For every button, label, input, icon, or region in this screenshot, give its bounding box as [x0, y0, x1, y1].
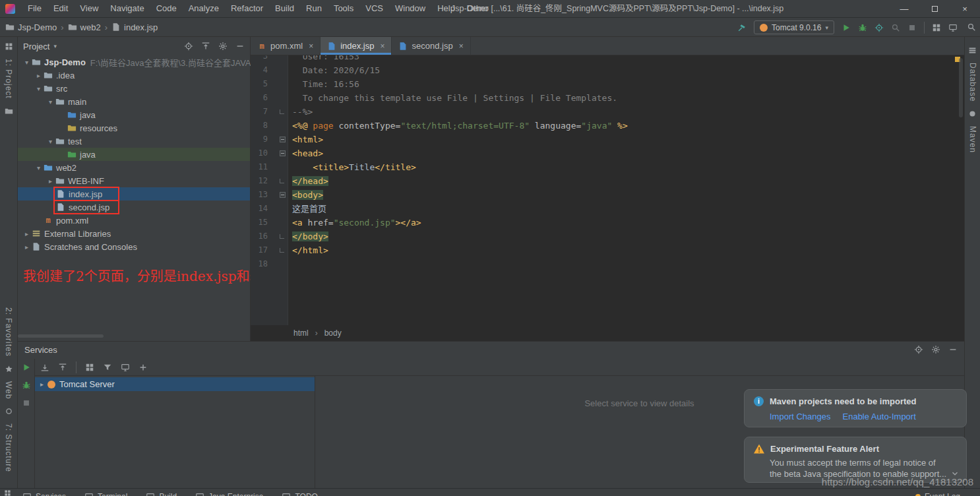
- chevron-right-icon[interactable]: ▸: [46, 177, 55, 185]
- tree-item-java[interactable]: java: [18, 148, 250, 161]
- tool-window-button-maven[interactable]: Maven: [968, 126, 977, 153]
- hide-icon[interactable]: [235, 42, 245, 51]
- code-line-10[interactable]: 10<head>: [251, 146, 964, 160]
- menu-file[interactable]: File: [22, 0, 47, 17]
- stop-icon[interactable]: [907, 23, 917, 32]
- run-configuration-select[interactable]: Tomcat 9.0.16 ▾: [754, 20, 834, 34]
- menu-view[interactable]: View: [74, 0, 104, 17]
- statusbar-tab-services[interactable]: Services: [22, 492, 66, 496]
- code-line-3[interactable]: 3 User: 16153: [251, 55, 964, 63]
- chevron-right-icon[interactable]: ▸: [40, 381, 44, 388]
- code-line-16[interactable]: 16</body>: [251, 230, 964, 243]
- tab-index-jsp[interactable]: index.jsp×: [321, 37, 392, 55]
- code-line-18[interactable]: 18: [251, 257, 964, 271]
- fold-marker-icon[interactable]: [280, 248, 284, 253]
- chevron-right-icon[interactable]: ▸: [34, 72, 44, 79]
- menu-run[interactable]: Run: [300, 0, 328, 17]
- import-changes-link[interactable]: Import Changes: [770, 412, 831, 421]
- statusbar-tab-build[interactable]: Build: [146, 492, 177, 496]
- statusbar-tab-terminal[interactable]: Terminal: [84, 492, 127, 496]
- breadcrumb-body[interactable]: body: [324, 328, 342, 338]
- close-button[interactable]: ×: [950, 0, 980, 18]
- minimize-button[interactable]: —: [889, 0, 919, 18]
- tree-item-src[interactable]: ▾src: [18, 82, 250, 95]
- code-line-14[interactable]: 14这是首页: [251, 202, 964, 216]
- run-icon[interactable]: [22, 363, 31, 372]
- close-tab-icon[interactable]: ×: [380, 42, 384, 51]
- close-tab-icon[interactable]: ×: [309, 42, 313, 51]
- code-line-12[interactable]: 12</head>: [251, 174, 964, 188]
- menu-navigate[interactable]: Navigate: [104, 0, 150, 17]
- menu-tools[interactable]: Tools: [328, 0, 359, 17]
- tool-window-button-1-project[interactable]: 1: Project: [4, 59, 13, 99]
- code-line-4[interactable]: 4 Date: 2020/6/15: [251, 63, 964, 77]
- tab-second-jsp[interactable]: second.jsp×: [392, 37, 470, 55]
- tree-item-second-jsp[interactable]: second.jsp: [18, 201, 250, 214]
- statusbar-tab-java-enterprise[interactable]: Java Enterprise: [195, 492, 263, 496]
- code-line-5[interactable]: 5 Time: 16:56: [251, 77, 964, 91]
- code-line-7[interactable]: 7--%>: [251, 105, 964, 119]
- chevron-down-icon[interactable]: ▾: [34, 85, 44, 92]
- tree-item-web-inf[interactable]: ▸WEB-INF: [18, 174, 250, 187]
- fold-marker-icon[interactable]: [280, 192, 286, 198]
- chevron-down-icon[interactable]: ▾: [34, 164, 44, 171]
- collapse-all-icon[interactable]: [201, 42, 210, 51]
- tree-item-web2[interactable]: ▾web2: [18, 161, 250, 174]
- tree-item-java[interactable]: java: [18, 108, 250, 121]
- tree-item-main[interactable]: ▾main: [18, 95, 250, 108]
- fold-marker-icon[interactable]: [280, 179, 284, 183]
- frame-icon[interactable]: [121, 363, 130, 372]
- panel-splitter[interactable]: [315, 376, 315, 488]
- fold-marker-icon[interactable]: [280, 137, 286, 142]
- code-line-11[interactable]: 11 <title>Title</title>: [251, 160, 964, 174]
- debug-icon[interactable]: [858, 23, 867, 32]
- filter-icon[interactable]: [103, 363, 112, 372]
- tab-pom-xml[interactable]: mpom.xml×: [251, 37, 321, 55]
- notification-maven[interactable]: i Maven projects need to be imported Imp…: [744, 389, 967, 427]
- maximize-button[interactable]: [919, 0, 950, 18]
- close-tab-icon[interactable]: ×: [459, 42, 464, 51]
- menu-build[interactable]: Build: [269, 0, 300, 17]
- event-log-button[interactable]: Event Log: [915, 492, 960, 496]
- stop-icon[interactable]: [22, 398, 31, 408]
- code-line-6[interactable]: 6 To change this template use File | Set…: [251, 91, 964, 105]
- tomcat-server-item[interactable]: ▸ Tomcat Server: [35, 377, 315, 391]
- menu-analyze[interactable]: Analyze: [183, 0, 225, 17]
- chevron-down-icon[interactable]: ▾: [46, 98, 55, 106]
- chevron-down-icon[interactable]: ▾: [46, 138, 55, 145]
- fold-marker-icon[interactable]: [280, 234, 284, 239]
- menu-vcs[interactable]: VCS: [359, 0, 389, 17]
- tree-item-test[interactable]: ▾test: [18, 135, 250, 148]
- tool-window-button-7-structure[interactable]: 7: Structure: [4, 423, 13, 472]
- expand-all-icon[interactable]: [40, 363, 49, 372]
- run-icon[interactable]: [842, 23, 851, 32]
- chevron-right-icon[interactable]: ▸: [22, 230, 32, 237]
- grid-icon[interactable]: [932, 23, 941, 32]
- tree-item-pom-xml[interactable]: mpom.xml: [18, 214, 250, 227]
- vertical-scrollbar[interactable]: [959, 58, 963, 117]
- menu-refactor[interactable]: Refactor: [225, 0, 269, 17]
- hide-icon[interactable]: [948, 345, 958, 354]
- profiler-icon[interactable]: [891, 23, 900, 32]
- tree-item--idea[interactable]: ▸.idea: [18, 69, 250, 82]
- menu-code[interactable]: Code: [150, 0, 183, 17]
- tool-window-button-web[interactable]: Web: [4, 381, 13, 399]
- project-panel-title[interactable]: Project: [23, 42, 49, 51]
- gear-icon[interactable]: [218, 42, 228, 51]
- code-area[interactable]: 3 User: 161534 Date: 2020/6/155 Time: 16…: [251, 55, 964, 325]
- coverage-icon[interactable]: [874, 23, 884, 32]
- tree-item-resources[interactable]: resources: [18, 121, 250, 135]
- collapse-all-icon[interactable]: [58, 363, 67, 372]
- menu-edit[interactable]: Edit: [47, 0, 74, 17]
- locate-icon[interactable]: [184, 42, 193, 51]
- breadcrumb-item-index.jsp[interactable]: index.jsp: [111, 22, 158, 32]
- fold-marker-icon[interactable]: [280, 150, 286, 156]
- code-line-9[interactable]: 9<html>: [251, 133, 964, 146]
- search-icon[interactable]: [967, 22, 976, 32]
- enable-auto-import-link[interactable]: Enable Auto-Import: [843, 412, 916, 421]
- tool-window-switcher-icon[interactable]: [4, 489, 11, 496]
- tree-item-index-jsp[interactable]: index.jsp: [18, 187, 250, 201]
- code-line-13[interactable]: 13<body>: [251, 188, 964, 202]
- tool-window-button-database[interactable]: Database: [968, 63, 977, 102]
- group-by-icon[interactable]: [85, 363, 94, 372]
